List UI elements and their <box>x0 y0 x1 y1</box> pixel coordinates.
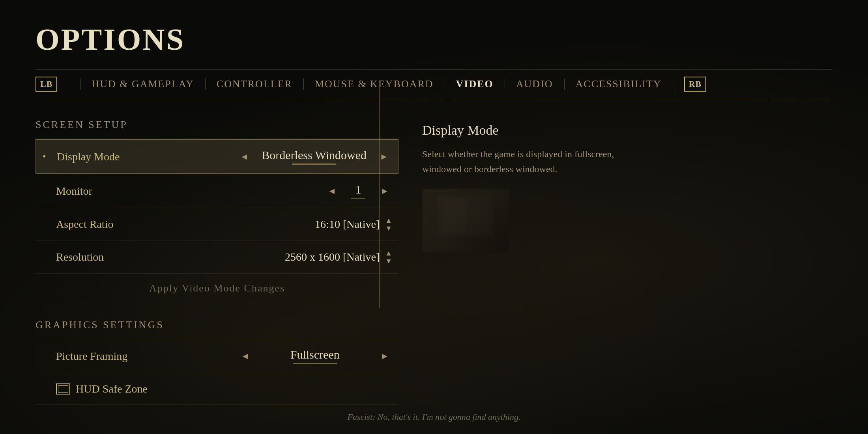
picture-framing-value-wrapper: Fullscreen <box>260 348 370 364</box>
picture-framing-right-arrow[interactable]: ► <box>377 349 392 363</box>
picture-framing-label: Picture Framing <box>56 350 143 363</box>
aspect-ratio-dropdown: 16:10 [Native] ▲ ▼ <box>261 217 392 232</box>
nav-separator-4 <box>445 79 445 90</box>
nav-separator-1 <box>80 79 80 90</box>
display-mode-label: Display Mode <box>57 150 144 163</box>
apply-row: Apply Video Mode Changes <box>36 274 398 303</box>
resolution-row[interactable]: • Resolution 2560 x 1600 [Native] ▲ ▼ <box>36 241 398 274</box>
nav-separator-7 <box>673 79 673 90</box>
nav-item-controller[interactable]: CONTROLLER <box>217 78 292 90</box>
aspect-ratio-label: Aspect Ratio <box>56 218 143 231</box>
monitor-value-wrapper: 1 <box>346 183 370 199</box>
display-mode-row[interactable]: • Display Mode ◄ Borderless Windowed ► <box>36 139 398 174</box>
resolution-dropdown: 2560 x 1600 [Native] ▲ ▼ <box>261 250 392 265</box>
aspect-ratio-down-arrow[interactable]: ▼ <box>385 225 392 232</box>
selected-bullet: • <box>43 151 51 162</box>
resolution-down-arrow[interactable]: ▼ <box>385 257 392 265</box>
monitor-label: Monitor <box>56 185 143 197</box>
resolution-arrows[interactable]: ▲ ▼ <box>385 250 392 265</box>
graphics-section: GRAPHICS SETTINGS • Picture Framing ◄ Fu… <box>36 319 398 405</box>
content-layout: SCREEN SETUP • Display Mode ◄ Borderless… <box>36 119 832 405</box>
info-panel-title: Display Mode <box>422 123 832 138</box>
nav-item-hud-gameplay[interactable]: HUD & GAMEPLAY <box>92 78 194 90</box>
screen-setup-group: • Display Mode ◄ Borderless Windowed ► <box>36 139 398 303</box>
nav-bar: LB HUD & GAMEPLAY CONTROLLER MOUSE & KEY… <box>36 69 832 99</box>
nav-separator-3 <box>303 79 304 90</box>
apply-button[interactable]: Apply Video Mode Changes <box>149 282 285 294</box>
svg-rect-1 <box>438 197 493 236</box>
preview-image <box>422 189 509 252</box>
picture-framing-underline <box>293 363 337 364</box>
resolution-value-container: 2560 x 1600 [Native] ▲ ▼ <box>261 250 392 265</box>
display-mode-value-container: ◄ Borderless Windowed ► <box>237 148 391 165</box>
aspect-ratio-value: 16:10 [Native] <box>261 218 380 231</box>
vertical-divider <box>379 87 380 308</box>
display-mode-value: Borderless Windowed <box>259 148 369 162</box>
aspect-ratio-value-container: 16:10 [Native] ▲ ▼ <box>261 217 392 232</box>
page-title: OPTIONS <box>36 22 832 57</box>
screen-setup-header: SCREEN SETUP <box>36 119 398 131</box>
monitor-left-arrow[interactable]: ◄ <box>324 184 339 198</box>
nav-separator-5 <box>505 79 505 90</box>
aspect-ratio-row[interactable]: • Aspect Ratio 16:10 [Native] ▲ ▼ <box>36 208 398 241</box>
hud-safe-zone-icon <box>56 383 70 395</box>
left-panel: SCREEN SETUP • Display Mode ◄ Borderless… <box>36 119 398 405</box>
graphics-header: GRAPHICS SETTINGS <box>36 319 398 331</box>
bottom-subtitle: Fascist: No, that's it. I'm not gonna fi… <box>347 412 520 422</box>
rb-badge[interactable]: RB <box>684 77 707 92</box>
svg-rect-3 <box>470 205 489 232</box>
monitor-value: 1 <box>346 183 370 196</box>
display-mode-underline <box>292 163 336 165</box>
monitor-value-container: ◄ 1 ► <box>324 183 392 199</box>
picture-framing-value: Fullscreen <box>260 348 370 361</box>
resolution-label: Resolution <box>56 251 143 263</box>
nav-item-accessibility[interactable]: ACCESSIBILITY <box>576 78 662 90</box>
aspect-ratio-arrows[interactable]: ▲ ▼ <box>385 217 392 232</box>
nav-item-mouse-keyboard[interactable]: MOUSE & KEYBOARD <box>315 78 434 90</box>
resolution-up-arrow[interactable]: ▲ <box>385 250 392 257</box>
nav-item-video[interactable]: VIDEO <box>456 78 494 90</box>
svg-rect-0 <box>422 189 509 252</box>
display-mode-left-arrow[interactable]: ◄ <box>237 150 252 163</box>
svg-rect-2 <box>444 201 468 232</box>
right-panel: Display Mode Select whether the game is … <box>398 119 832 405</box>
picture-framing-row[interactable]: • Picture Framing ◄ Fullscreen ► <box>36 339 398 373</box>
lb-badge[interactable]: LB <box>36 77 57 92</box>
aspect-ratio-up-arrow[interactable]: ▲ <box>385 217 392 224</box>
nav-item-audio[interactable]: AUDIO <box>516 78 553 90</box>
hud-safe-zone-label: HUD Safe Zone <box>76 383 163 395</box>
info-panel-description: Select whether the game is displayed in … <box>422 147 651 177</box>
resolution-value: 2560 x 1600 [Native] <box>261 251 380 263</box>
nav-separator-6 <box>564 79 565 90</box>
nav-separator-2 <box>205 79 206 90</box>
svg-rect-4 <box>422 189 509 252</box>
hud-safe-zone-row[interactable]: • HUD Safe Zone <box>36 373 398 405</box>
graphics-group: • Picture Framing ◄ Fullscreen ► <box>36 339 398 405</box>
picture-framing-left-arrow[interactable]: ◄ <box>238 349 253 363</box>
display-mode-value-wrapper: Borderless Windowed <box>259 148 369 165</box>
monitor-underline <box>351 198 365 199</box>
monitor-row[interactable]: • Monitor ◄ 1 ► <box>36 174 398 208</box>
picture-framing-value-container: ◄ Fullscreen ► <box>238 348 392 364</box>
screen-setup-section: SCREEN SETUP • Display Mode ◄ Borderless… <box>36 119 398 303</box>
